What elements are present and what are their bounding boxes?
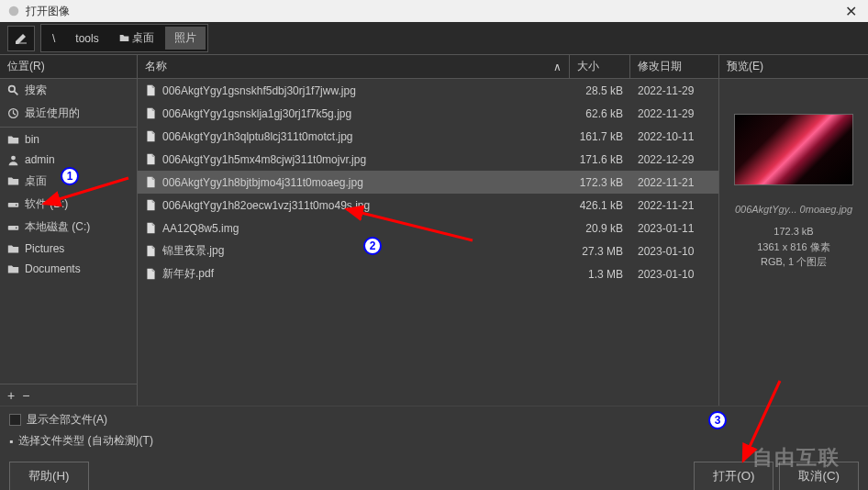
filetype-label: 选择文件类型 (自动检测)(T) — [18, 433, 153, 449]
file-row[interactable]: 新年好.pdf1.3 MB2023-01-10 — [138, 262, 718, 285]
file-icon — [145, 245, 157, 257]
user-icon — [7, 154, 19, 166]
file-row[interactable]: 006AkgtYgy1h3qlptu8lcj311t0motct.jpg161.… — [138, 125, 718, 148]
annotation-arrow-3 — [734, 376, 844, 468]
breadcrumb-item[interactable]: 桌面 — [110, 27, 163, 50]
show-all-label: 显示全部文件(A) — [27, 412, 107, 428]
svg-line-12 — [347, 209, 473, 240]
window-title: 打开图像 — [26, 4, 70, 19]
file-icon — [145, 222, 157, 234]
preview-panel: 预览(E) 006AkgtYgy... 0moaeg.jpg 172.3 kB … — [719, 55, 868, 406]
place-item[interactable]: Documents — [0, 259, 137, 279]
clock-icon — [7, 107, 19, 119]
place-item[interactable]: 最近使用的 — [0, 102, 137, 125]
file-icon — [145, 153, 157, 165]
file-row[interactable]: 006AkgtYgy1gsnsklja1gj30rj1f7k5g.jpg62.6… — [138, 102, 718, 125]
svg-point-6 — [16, 205, 17, 206]
svg-line-2 — [14, 91, 17, 95]
folder-icon — [7, 134, 19, 146]
show-all-row[interactable]: 显示全部文件(A) — [9, 412, 859, 428]
app-icon — [7, 5, 20, 17]
col-name[interactable]: 名称∧ — [138, 55, 570, 78]
add-place-button[interactable]: + — [7, 388, 15, 403]
edit-path-button[interactable] — [7, 26, 35, 51]
expander-icon[interactable]: ▪ — [9, 435, 13, 448]
folder-icon — [7, 175, 19, 187]
folder-icon — [119, 33, 129, 43]
annotation-badge-2: 2 — [363, 237, 382, 255]
search-icon — [7, 84, 19, 96]
titlebar: 打开图像 ✕ — [0, 0, 868, 22]
places-panel: 位置(R) 搜索最近使用的binadmin桌面软件 (D:)本地磁盘 (C:)P… — [0, 55, 138, 406]
annotation-arrow-2 — [339, 204, 477, 245]
svg-point-0 — [9, 6, 19, 17]
close-icon[interactable]: ✕ — [841, 3, 861, 20]
show-all-checkbox[interactable] — [9, 414, 21, 426]
file-icon — [145, 84, 157, 96]
preview-thumbnail — [734, 114, 853, 185]
annotation-badge-1: 1 — [61, 167, 79, 185]
place-item[interactable]: 搜索 — [0, 79, 137, 102]
pencil-icon — [14, 31, 28, 46]
drive-icon — [7, 198, 19, 210]
file-row[interactable]: 006AkgtYgy1h5mx4m8cjwj311t0mojvr.jpg171.… — [138, 148, 718, 171]
sort-asc-icon: ∧ — [553, 61, 562, 73]
svg-line-10 — [44, 178, 128, 204]
annotation-arrow-1 — [37, 174, 138, 211]
file-icon — [145, 176, 157, 188]
places-footer: + − — [0, 384, 137, 406]
place-item[interactable]: Pictures — [0, 239, 137, 259]
file-row[interactable]: 006AkgtYgy1gsnskhf5dbj30rj1f7jww.jpg28.5… — [138, 79, 718, 102]
drive-icon — [7, 221, 19, 233]
file-row[interactable]: 006AkgtYgy1h8bjtbjmo4j311t0moaeg.jpg172.… — [138, 171, 718, 194]
preview-filename: 006AkgtYgy... 0moaeg.jpg — [735, 204, 852, 215]
file-icon — [145, 199, 157, 211]
file-icon — [145, 268, 157, 280]
preview-info: 172.3 kB 1361 x 816 像素 RGB, 1 个图层 — [757, 224, 830, 270]
place-item[interactable]: 本地磁盘 (C:) — [0, 216, 137, 239]
col-date[interactable]: 修改日期 — [630, 55, 718, 78]
folder-icon — [7, 243, 19, 255]
folder-icon — [7, 263, 19, 275]
col-size[interactable]: 大小 — [570, 55, 630, 78]
annotation-badge-3: 3 — [708, 411, 727, 429]
breadcrumb: \tools桌面照片 — [40, 24, 208, 52]
svg-point-1 — [9, 86, 16, 93]
preview-header: 预览(E) — [719, 55, 868, 79]
svg-line-14 — [743, 381, 780, 461]
file-list-header: 名称∧ 大小 修改日期 — [138, 55, 718, 79]
svg-point-4 — [11, 155, 16, 160]
help-button[interactable]: 帮助(H) — [9, 462, 89, 490]
breadcrumb-item[interactable]: \ — [43, 27, 64, 50]
toolbar: \tools桌面照片 — [0, 22, 868, 55]
place-item[interactable]: bin — [0, 129, 137, 150]
filetype-row[interactable]: ▪ 选择文件类型 (自动检测)(T) — [9, 433, 859, 449]
breadcrumb-item[interactable]: tools — [66, 27, 107, 50]
remove-place-button[interactable]: − — [22, 388, 29, 403]
file-icon — [145, 130, 157, 142]
file-icon — [145, 107, 157, 119]
places-header: 位置(R) — [0, 55, 137, 79]
svg-point-8 — [16, 228, 17, 229]
breadcrumb-item[interactable]: 照片 — [165, 27, 206, 50]
